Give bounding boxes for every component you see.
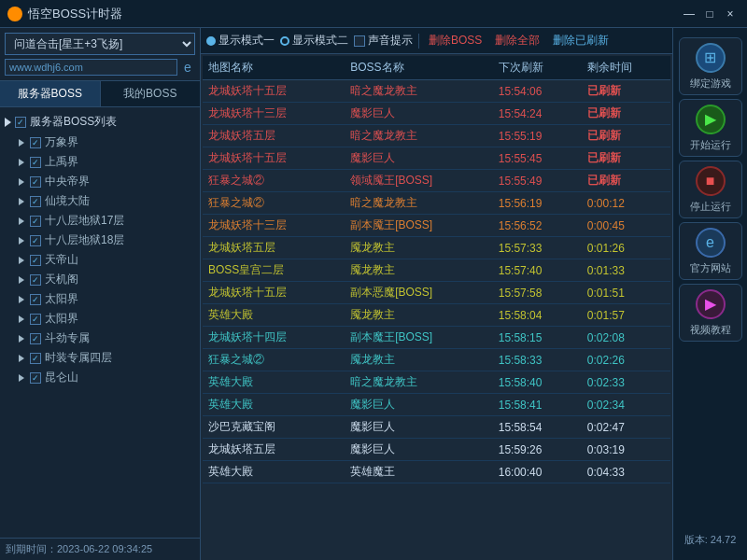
table-row[interactable]: 狂暴之城②暗之魔龙教主15:56:190:00:12: [203, 192, 670, 215]
list-item[interactable]: ✓太阳界: [0, 289, 200, 309]
table-row[interactable]: 龙城妖塔十四层副本魔王[BOSS]15:58:150:02:08: [203, 327, 670, 349]
table-row[interactable]: 龙城妖塔十三层魔影巨人15:54:24已刷新: [203, 103, 670, 125]
cell-map: 英雄大殿: [203, 304, 345, 327]
section-collapse-icon[interactable]: [5, 118, 11, 127]
item-checkbox[interactable]: ✓: [30, 333, 41, 344]
list-item[interactable]: ✓仙境大陆: [0, 191, 200, 211]
mode2-radio[interactable]: [280, 36, 289, 46]
list-item[interactable]: ✓十八层地狱17层: [0, 211, 200, 231]
cell-boss: 魇龙教主: [345, 237, 493, 259]
table-row[interactable]: 英雄大殿英雄魔王16:00:400:04:33: [203, 461, 670, 483]
cell-remain: 已刷新: [582, 147, 670, 170]
cell-map: 沙巴克藏宝阁: [203, 416, 345, 439]
item-checkbox[interactable]: ✓: [30, 372, 41, 384]
item-checkbox[interactable]: ✓: [30, 196, 41, 207]
list-item[interactable]: ✓天帝山: [0, 250, 200, 270]
app-title: 悟空BOSS计时器: [28, 6, 122, 22]
item-checkbox[interactable]: ✓: [30, 235, 41, 246]
cell-map: BOSS皇宫二层: [203, 259, 345, 282]
close-button[interactable]: ×: [721, 5, 740, 23]
section-checkbox[interactable]: ✓: [15, 117, 26, 128]
play-button[interactable]: ▶开始运行: [679, 99, 742, 157]
cell-boss: 副本魇王[BOSS]: [345, 215, 493, 237]
col-next: 下次刷新: [493, 56, 582, 80]
dropdown-area: 问道合击[星王+3飞扬] e: [0, 28, 200, 81]
table-row[interactable]: BOSS皇宫二层魇龙教主15:57:400:01:33: [203, 259, 670, 282]
cell-next: 15:57:58: [493, 282, 582, 304]
item-checkbox[interactable]: ✓: [30, 274, 41, 286]
list-item[interactable]: ✓十八层地狱18层: [0, 231, 200, 250]
delete-boss-button[interactable]: 删除BOSS: [425, 32, 486, 49]
table-row[interactable]: 英雄大殿魇龙教主15:58:040:01:57: [203, 304, 670, 327]
bind-icon: ⊞: [696, 43, 726, 73]
delete-refreshed-button[interactable]: 删除已刷新: [549, 32, 613, 49]
video-label: 视频教程: [690, 323, 731, 337]
table-row[interactable]: 英雄大殿暗之魔龙教主15:58:400:02:33: [203, 371, 670, 394]
cell-remain: 已刷新: [582, 170, 670, 192]
item-checkbox[interactable]: ✓: [30, 157, 41, 168]
boss-table-body: 龙城妖塔十五层暗之魔龙教主15:54:06已刷新龙城妖塔十三层魔影巨人15:54…: [203, 80, 670, 483]
web-button[interactable]: e官方网站: [679, 222, 742, 280]
table-row[interactable]: 沙巴克藏宝阁魔影巨人15:58:540:02:47: [203, 416, 670, 439]
list-item[interactable]: ✓时装专属四层: [0, 348, 200, 368]
item-checkbox[interactable]: ✓: [30, 176, 41, 188]
video-button[interactable]: ▶视频教程: [679, 284, 742, 342]
item-label: 仙境大陆: [45, 193, 90, 209]
item-checkbox[interactable]: ✓: [30, 255, 41, 266]
tab-my-boss[interactable]: 我的BOSS: [101, 81, 201, 106]
mode2-label: 显示模式二: [292, 33, 348, 49]
list-item[interactable]: ✓万象界: [0, 133, 200, 152]
server-dropdown[interactable]: 问道合击[星王+3飞扬]: [5, 33, 195, 55]
url-input[interactable]: [5, 59, 177, 76]
list-item[interactable]: ✓中央帝界: [0, 172, 200, 191]
table-row[interactable]: 龙城妖塔十五层副本恶魔[BOSS]15:57:580:01:51: [203, 282, 670, 304]
minimize-button[interactable]: —: [680, 5, 698, 23]
cell-next: 15:56:52: [493, 215, 582, 237]
item-checkbox[interactable]: ✓: [30, 314, 41, 325]
titlebar: 悟空BOSS计时器 — □ ×: [0, 0, 747, 28]
list-item[interactable]: ✓天机阁: [0, 270, 200, 289]
mode1-label: 显示模式一: [218, 33, 275, 49]
table-row[interactable]: 狂暴之城②魇龙教主15:58:330:02:26: [203, 349, 670, 371]
table-row[interactable]: 龙城妖塔十三层副本魇王[BOSS]15:56:520:00:45: [203, 215, 670, 237]
col-remain: 剩余时间: [582, 56, 670, 80]
table-row[interactable]: 龙城妖塔五层暗之魔龙教主15:55:19已刷新: [203, 125, 670, 147]
tabs-bar: 服务器BOSS 我的BOSS: [0, 81, 200, 107]
mode1-radio[interactable]: [206, 36, 216, 46]
delete-all-button[interactable]: 删除全部: [491, 32, 543, 49]
item-checkbox[interactable]: ✓: [30, 294, 41, 305]
bind-button[interactable]: ⊞绑定游戏: [679, 37, 742, 95]
sound-checkbox[interactable]: [354, 35, 365, 47]
table-row[interactable]: 狂暴之城②领域魇王[BOSS]15:55:49已刷新: [203, 170, 670, 192]
cell-map: 狂暴之城②: [203, 170, 345, 192]
table-row[interactable]: 龙城妖塔十五层暗之魔龙教主15:54:06已刷新: [203, 80, 670, 103]
list-item[interactable]: ✓上禹界: [0, 152, 200, 172]
item-checkbox[interactable]: ✓: [30, 137, 41, 148]
cell-map: 龙城妖塔十五层: [203, 80, 345, 103]
far-right-panel: ⊞绑定游戏▶开始运行■停止运行e官方网站▶视频教程 版本: 24.72: [672, 28, 747, 560]
item-checkbox[interactable]: ✓: [30, 353, 41, 364]
cell-next: 15:58:41: [493, 394, 582, 416]
sound-group: 声音提示: [354, 33, 413, 49]
list-item[interactable]: ✓昆仑山: [0, 368, 200, 387]
list-item[interactable]: ✓斗劲专属: [0, 329, 200, 348]
cell-map: 龙城妖塔五层: [203, 237, 345, 259]
table-row[interactable]: 龙城妖塔十五层魔影巨人15:55:45已刷新: [203, 147, 670, 170]
ie-icon[interactable]: e: [180, 60, 195, 75]
table-row[interactable]: 龙城妖塔五层魇龙教主15:57:330:01:26: [203, 237, 670, 259]
cell-remain: 0:01:51: [582, 282, 670, 304]
cell-remain: 0:02:47: [582, 416, 670, 439]
table-row[interactable]: 龙城妖塔五层魔影巨人15:59:260:03:19: [203, 439, 670, 461]
web-label: 官方网站: [690, 261, 731, 275]
tab-server-boss[interactable]: 服务器BOSS: [0, 81, 101, 106]
right-panel: 显示模式一 显示模式二 声音提示 删除BOSS 删除全部 删除已刷新 地图名称: [201, 28, 672, 560]
left-panel: 问道合击[星王+3飞扬] e 服务器BOSS 我的BOSS ✓ 服务器BOSS列…: [0, 28, 201, 560]
cell-next: 15:57:40: [493, 259, 582, 282]
item-label: 中央帝界: [45, 174, 90, 189]
maximize-button[interactable]: □: [700, 5, 719, 23]
stop-button[interactable]: ■停止运行: [679, 161, 742, 218]
titlebar-left: 悟空BOSS计时器: [7, 6, 122, 22]
list-item[interactable]: ✓太阳界: [0, 309, 200, 329]
table-row[interactable]: 英雄大殿魔影巨人15:58:410:02:34: [203, 394, 670, 416]
item-checkbox[interactable]: ✓: [30, 216, 41, 227]
